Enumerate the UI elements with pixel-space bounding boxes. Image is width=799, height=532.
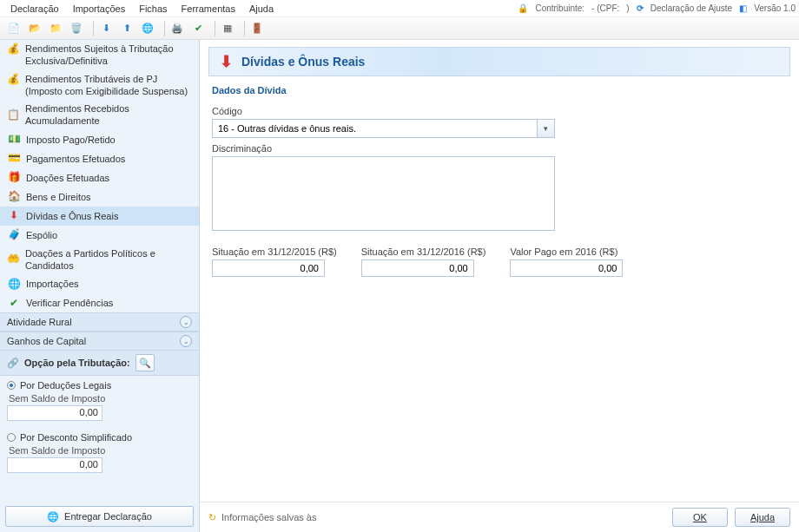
menu-fichas[interactable]: Fichas [132,2,174,16]
opt-icon: 🔗 [7,358,19,369]
section-rural[interactable]: Atividade Rural ⌄ [0,312,199,332]
card-icon: 💳 [7,152,21,166]
exit-icon[interactable]: 🚪 [248,20,266,37]
nav-dividas[interactable]: ⬇Dívidas e Ônus Reais [0,207,199,226]
chevron-down-icon[interactable]: ▾ [537,120,554,137]
nav-rend-exclusiva[interactable]: 💰Rendimentos Sujeitos à Tributação Exclu… [0,40,199,70]
deliver-label: Entregar Declaração [64,511,152,522]
balance-label-2: Sem Saldo de Imposto [7,445,192,456]
ok-button[interactable]: OK [672,508,728,527]
valor-pago-input[interactable] [510,259,623,277]
decl-type: Declaração de Ajuste [650,3,733,13]
cpf-close: ) [626,3,629,13]
nav-rend-pj[interactable]: 💰Rendimentos Tributáveis de PJ (Imposto … [0,70,199,101]
nav-verificar[interactable]: ✔Verificar Pendências [0,293,199,312]
radio-simplificado[interactable]: Por Desconto Simplificado [7,430,192,445]
nav-imposto-pago[interactable]: 💵Imposto Pago/Retido [0,130,199,149]
nav-doacoes[interactable]: 🎁Doações Efetuadas [0,168,199,187]
nav-pagamentos[interactable]: 💳Pagamentos Efetuados [0,149,199,168]
radio-dot-icon [7,433,16,442]
section-label-rural: Atividade Rural [7,317,72,327]
balance-value-2: 0,00 [7,457,102,473]
search-button[interactable]: 🔍 [135,354,155,371]
sync-down-icon[interactable]: ⬇ [97,20,115,37]
menu-ferramentas[interactable]: Ferramentas [175,2,242,16]
menu-ajuda[interactable]: Ajuda [242,2,281,16]
sync-up-icon[interactable]: ⬆ [118,20,135,37]
radio-dot-selected-icon [7,381,16,390]
discr-label: Discriminação [212,143,787,154]
menubar: Declaração Importações Fichas Ferramenta… [0,0,799,17]
chevron-down-icon: ⌄ [180,316,192,328]
opt-tributacao-row: 🔗 Opção pela Tributação: 🔍 [0,351,199,376]
nav-label: Dívidas e Ônus Reais [26,210,118,222]
print-icon[interactable]: 🖨️ [168,20,186,37]
nav-label: Pagamentos Efetuados [26,153,125,165]
calculator-icon[interactable]: ▦ [219,20,236,37]
nav-label: Rendimentos Tributáveis de PJ (Imposto c… [25,73,192,98]
discr-textarea[interactable] [212,156,555,231]
status-bar: 🔒 Contribuinte: - (CPF: ) ⟳ Declaração d… [518,3,796,13]
help-button[interactable]: Ajuda [735,508,790,527]
globe-deliver-icon: 🌐 [47,511,59,522]
nav-label: Doações Efetuadas [26,172,109,184]
sidebar: 💰Rendimentos Sujeitos à Tributação Exclu… [0,40,200,532]
nav-label: Verificar Pendências [26,297,113,309]
nav-doacoes-part[interactable]: 🤲Doações a Partidos Políticos e Candidat… [0,245,199,275]
codigo-input[interactable] [212,119,555,138]
new-doc-icon[interactable]: 📄 [5,20,23,37]
chest-icon: 🧳 [7,228,21,242]
open-folder-icon[interactable]: 📂 [26,20,43,37]
refresh-icon[interactable]: ⟳ [637,3,644,13]
panel-header: ⬇ Dívidas e Ônus Reais [208,47,790,76]
money-icon: 💰 [7,43,20,56]
open-folder2-icon[interactable]: 📁 [47,20,64,37]
col3-label: Valor Pago em 2016 (R$) [510,246,623,257]
balance-label: Sem Saldo de Imposto [7,393,192,404]
nav-label: Rendimentos Sujeitos à Tributação Exclus… [25,43,192,68]
col2-label: Situação em 31/12/2016 (R$) [361,246,486,257]
section-title: Dados da Dívida [200,80,799,97]
menu-declaracao[interactable]: Declaração [3,2,66,16]
col1-label: Situação em 31/12/2015 (R$) [212,246,337,257]
radio-label: Por Desconto Simplificado [20,432,132,443]
nav-importacoes[interactable]: 🌐Importações [0,274,199,293]
validate-icon[interactable]: ✔ [189,20,207,37]
lock-icon: 🔒 [518,3,528,13]
ok-label: OK [693,512,707,522]
save-status-icon: ↻ [208,512,216,523]
nav-espolio[interactable]: 🧳Espólio [0,226,199,245]
nav-rend-acum[interactable]: 📋Rendimentos Recebidos Acumuladamente [0,100,199,130]
radio-label: Por Deduções Legais [20,380,111,391]
nav-label: Imposto Pago/Retido [26,134,116,146]
content-panel: ⬇ Dívidas e Ônus Reais Dados da Dívida C… [200,40,799,532]
hand-icon: 🤲 [7,253,20,266]
chevron-down-icon: ⌄ [180,335,192,347]
house-icon: 🏠 [7,190,21,204]
nav-label: Doações a Partidos Políticos e Candidato… [25,247,192,273]
money-lock-icon: 💰 [7,73,20,87]
nav-bens[interactable]: 🏠Bens e Direitos [0,187,199,207]
menu-importacoes[interactable]: Importações [66,2,133,16]
codigo-label: Código [212,106,787,116]
situacao-2016-input[interactable] [361,259,474,277]
section-ganhos[interactable]: Ganhos de Capital ⌄ [0,332,199,351]
situacao-2015-input[interactable] [212,259,325,277]
save-status-label: Informações salvas às [221,512,316,522]
footer: ↻ Informações salvas às OK Ajuda [200,502,799,532]
arrow-down-icon: ⬇ [7,209,21,223]
gift-icon: 🎁 [7,171,21,185]
debt-form: Código ▾ Discriminação Situação em 31/12… [200,97,799,280]
panel-title: Dívidas e Ônus Reais [241,55,365,69]
globe-sync-icon[interactable]: 🌐 [139,20,156,37]
opt-tributacao-label: Opção pela Tributação: [24,358,130,368]
nav-label: Bens e Direitos [26,191,91,203]
check-icon: ✔ [7,296,21,310]
trash-icon[interactable]: 🗑️ [68,20,85,37]
nav-label: Rendimentos Recebidos Acumuladamente [25,102,192,128]
arrow-down-icon: ⬇ [220,52,233,71]
radio-deducoes[interactable]: Por Deduções Legais [7,378,192,393]
codigo-select[interactable]: ▾ [212,119,555,138]
globe-icon: 🌐 [7,277,21,291]
deliver-button[interactable]: 🌐 Entregar Declaração [5,506,194,527]
